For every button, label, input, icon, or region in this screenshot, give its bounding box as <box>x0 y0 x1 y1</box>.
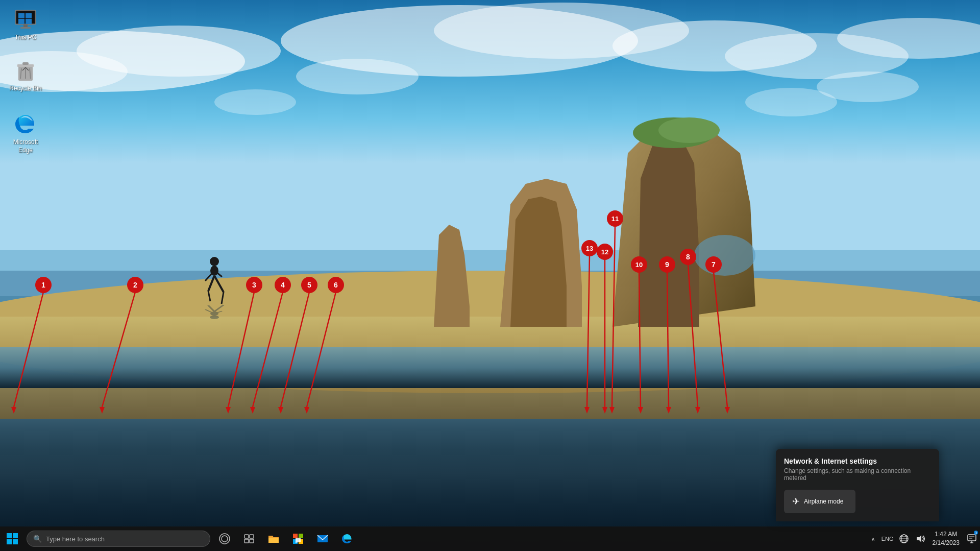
svg-rect-118 <box>299 534 303 538</box>
search-placeholder-text: Type here to search <box>46 535 105 543</box>
start-button[interactable] <box>0 526 24 551</box>
svg-point-111 <box>219 534 230 544</box>
svg-rect-99 <box>23 25 28 27</box>
svg-rect-108 <box>13 533 18 538</box>
taskbar-file-explorer[interactable] <box>261 526 286 551</box>
svg-rect-109 <box>7 539 12 544</box>
svg-rect-117 <box>293 534 298 538</box>
desktop-icon-edge[interactable]: Microsoft Edge <box>5 110 46 156</box>
taskbar: 🔍 Type here to search <box>0 526 980 551</box>
network-popup-title: Network & Internet settings <box>784 457 931 465</box>
svg-rect-116 <box>250 539 254 543</box>
svg-rect-115 <box>244 539 249 543</box>
svg-rect-98 <box>26 19 32 24</box>
desktop-icon-edge-label: Microsoft Edge <box>7 138 44 154</box>
svg-rect-103 <box>22 62 29 65</box>
svg-rect-96 <box>26 13 32 18</box>
notification-center-button[interactable]: 3 <box>964 526 980 551</box>
airplane-mode-label: Airplane mode <box>804 498 843 505</box>
this-pc-icon <box>13 7 38 32</box>
svg-point-112 <box>222 536 228 542</box>
desktop-icon-recycle-bin[interactable]: Recycle Bin <box>5 56 46 95</box>
notification-badge: 3 <box>974 531 978 535</box>
svg-rect-114 <box>250 535 254 538</box>
date-text: 2/14/2023 <box>933 539 960 547</box>
language-indicator[interactable]: ENG <box>879 526 896 551</box>
cortana-button[interactable] <box>212 526 237 551</box>
wifi-icon-button[interactable] <box>896 526 912 551</box>
desktop-icon-recycle-bin-label: Recycle Bin <box>9 85 41 93</box>
taskbar-edge-icon <box>341 533 353 545</box>
task-view-icon <box>244 534 254 543</box>
show-hidden-icons-button[interactable]: ∧ <box>867 526 879 551</box>
network-internet-popup: Network & Internet settings Change setti… <box>776 449 939 521</box>
language-text: ENG <box>881 536 894 542</box>
network-popup-subtitle: Change settings, such as making a connec… <box>784 467 931 482</box>
system-tray: ∧ ENG 1:42 A <box>867 526 980 551</box>
microsoft-store-icon <box>292 533 304 545</box>
edge-icon <box>13 112 38 136</box>
svg-rect-95 <box>18 13 24 18</box>
mail-icon <box>316 533 329 545</box>
notification-icon <box>967 534 976 543</box>
svg-rect-107 <box>7 533 12 538</box>
svg-marker-127 <box>917 535 921 542</box>
svg-rect-110 <box>13 539 18 544</box>
svg-rect-113 <box>244 535 249 538</box>
time-text: 1:42 AM <box>935 530 957 539</box>
svg-rect-97 <box>18 19 24 24</box>
clock-display[interactable]: 1:42 AM 2/14/2023 <box>928 526 964 551</box>
search-bar[interactable]: 🔍 Type here to search <box>27 531 210 547</box>
volume-icon <box>916 534 925 543</box>
desktop-icon-this-pc[interactable]: This PC <box>5 5 46 44</box>
volume-icon-button[interactable] <box>912 526 928 551</box>
search-magnifier-icon: 🔍 <box>33 535 42 543</box>
chevron-up-icon: ∧ <box>871 536 875 542</box>
taskbar-edge[interactable] <box>335 526 359 551</box>
wifi-globe-icon <box>899 534 909 543</box>
task-view-button[interactable] <box>237 526 261 551</box>
taskbar-mail[interactable] <box>310 526 335 551</box>
desktop-icon-this-pc-label: This PC <box>15 34 37 42</box>
recycle-bin-icon <box>13 58 38 83</box>
file-explorer-icon <box>267 533 280 545</box>
windows-logo-icon <box>6 533 18 545</box>
cortana-icon <box>219 533 230 544</box>
airplane-mode-tile[interactable]: ✈ Airplane mode <box>784 490 855 513</box>
svg-rect-128 <box>968 535 976 541</box>
taskbar-microsoft-store[interactable] <box>286 526 310 551</box>
svg-rect-100 <box>20 27 31 29</box>
airplane-mode-icon: ✈ <box>792 496 800 507</box>
